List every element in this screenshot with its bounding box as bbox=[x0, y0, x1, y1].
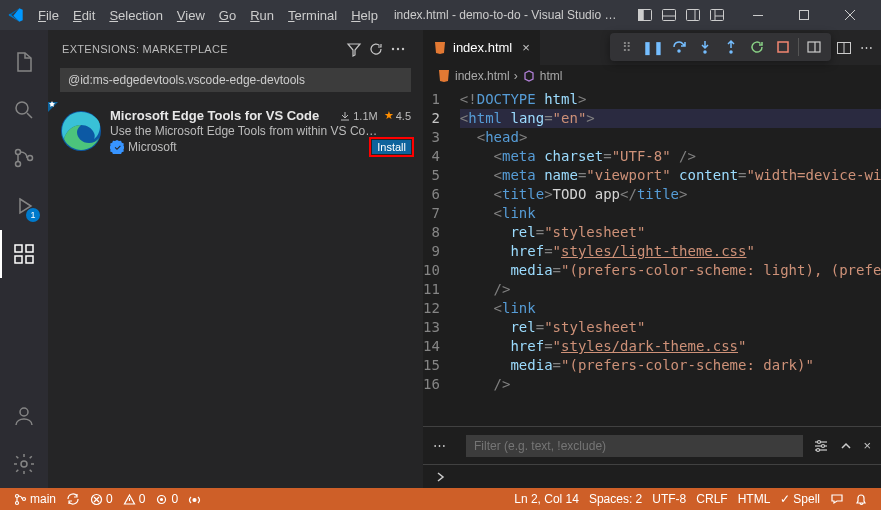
svg-point-53 bbox=[161, 498, 163, 500]
sidebar-title: EXTENSIONS: MARKETPLACE bbox=[62, 43, 343, 55]
svg-point-18 bbox=[28, 156, 33, 161]
menu-file[interactable]: File bbox=[32, 4, 65, 27]
refresh-icon[interactable] bbox=[365, 38, 387, 60]
panel-more-icon[interactable]: ⋯ bbox=[433, 438, 446, 453]
more-icon[interactable] bbox=[387, 38, 409, 60]
debug-toolbar[interactable]: ⠿ ❚❚ bbox=[610, 33, 831, 61]
svg-rect-35 bbox=[808, 42, 820, 52]
code-line[interactable]: <link bbox=[460, 204, 881, 223]
extensions-search-input[interactable]: @id:ms-edgedevtools.vscode-edge-devtools bbox=[60, 68, 411, 92]
svg-point-16 bbox=[16, 150, 21, 155]
errors-status[interactable]: 0 bbox=[85, 492, 118, 506]
code-line[interactable]: rel="stylesheet" bbox=[460, 223, 881, 242]
code-line[interactable]: href="styles/dark-theme.css" bbox=[460, 337, 881, 356]
explorer-icon[interactable] bbox=[0, 38, 48, 86]
close-icon[interactable]: × bbox=[522, 40, 530, 55]
extension-name: Microsoft Edge Tools for VS Code bbox=[110, 108, 333, 123]
code-line[interactable]: href="styles/light-theme.css" bbox=[460, 242, 881, 261]
extension-item[interactable]: Microsoft Edge Tools for VS Code 1.1M ★4… bbox=[48, 102, 423, 160]
svg-rect-7 bbox=[711, 10, 724, 21]
svg-rect-5 bbox=[687, 10, 700, 21]
feedback-icon[interactable] bbox=[825, 492, 849, 506]
code-line[interactable]: <meta name="viewport" content="width=dev… bbox=[460, 166, 881, 185]
more-actions-icon[interactable]: ⋯ bbox=[860, 40, 873, 55]
close-panel-icon[interactable]: × bbox=[863, 438, 871, 453]
account-icon[interactable] bbox=[0, 392, 48, 440]
maximize-button[interactable] bbox=[781, 0, 827, 30]
code-line[interactable]: <title>TODO app</title> bbox=[460, 185, 881, 204]
code-line[interactable]: <link bbox=[460, 299, 881, 318]
extensions-icon[interactable] bbox=[0, 230, 48, 278]
svg-rect-11 bbox=[800, 11, 809, 20]
settings-gear-icon[interactable] bbox=[0, 440, 48, 488]
filter-input[interactable] bbox=[466, 435, 803, 457]
layout-icon[interactable] bbox=[707, 5, 727, 25]
filter-settings-icon[interactable] bbox=[813, 438, 829, 454]
search-icon[interactable] bbox=[0, 86, 48, 134]
code-editor[interactable]: 12345678910111213141516 <!DOCTYPE html><… bbox=[423, 87, 881, 426]
svg-point-17 bbox=[16, 162, 21, 167]
filter-icon[interactable] bbox=[343, 38, 365, 60]
code-line[interactable]: <!DOCTYPE html> bbox=[460, 90, 881, 109]
sync-status[interactable] bbox=[61, 492, 85, 506]
code-line[interactable]: <html lang="en"> bbox=[460, 109, 881, 128]
step-over-icon[interactable] bbox=[666, 34, 692, 60]
restart-icon[interactable] bbox=[744, 34, 770, 60]
breadcrumb[interactable]: index.html › html bbox=[423, 65, 881, 87]
symbol-icon bbox=[522, 69, 536, 83]
menu-go[interactable]: Go bbox=[213, 4, 242, 27]
svg-rect-23 bbox=[26, 256, 33, 263]
ports-status[interactable]: 0 bbox=[150, 492, 183, 506]
branch-status[interactable]: main bbox=[8, 492, 61, 506]
menu-help[interactable]: Help bbox=[345, 4, 384, 27]
bell-icon[interactable] bbox=[849, 492, 873, 506]
code-line[interactable]: rel="stylesheet" bbox=[460, 318, 881, 337]
warnings-status[interactable]: 0 bbox=[118, 492, 151, 506]
pause-icon[interactable]: ❚❚ bbox=[640, 34, 666, 60]
extension-description: Use the Microsoft Edge Tools from within… bbox=[110, 124, 411, 138]
menu-selection[interactable]: Selection bbox=[103, 4, 168, 27]
install-count: 1.1M bbox=[339, 110, 377, 122]
stop-icon[interactable] bbox=[770, 34, 796, 60]
cursor-position[interactable]: Ln 2, Col 14 bbox=[509, 492, 584, 506]
panel-right-icon[interactable] bbox=[683, 5, 703, 25]
tab-index-html[interactable]: index.html × bbox=[423, 30, 541, 65]
step-out-icon[interactable] bbox=[718, 34, 744, 60]
split-editor-icon[interactable] bbox=[836, 40, 852, 56]
menu-edit[interactable]: Edit bbox=[67, 4, 101, 27]
language-status[interactable]: HTML bbox=[733, 492, 776, 506]
panel-bottom-icon[interactable] bbox=[659, 5, 679, 25]
menu-terminal[interactable]: Terminal bbox=[282, 4, 343, 27]
code-line[interactable]: media="(prefers-color-scheme: dark)" bbox=[460, 356, 881, 375]
svg-point-33 bbox=[730, 51, 732, 53]
close-button[interactable] bbox=[827, 0, 873, 30]
indentation-status[interactable]: Spaces: 2 bbox=[584, 492, 647, 506]
devtools-icon[interactable] bbox=[801, 34, 827, 60]
recommended-badge-icon bbox=[48, 102, 58, 112]
debug-icon[interactable]: 1 bbox=[0, 182, 48, 230]
live-status[interactable] bbox=[183, 493, 206, 506]
drag-handle-icon[interactable]: ⠿ bbox=[614, 34, 640, 60]
chevron-right-icon[interactable] bbox=[433, 470, 447, 484]
breadcrumb-file[interactable]: index.html bbox=[455, 69, 510, 83]
step-into-icon[interactable] bbox=[692, 34, 718, 60]
minimize-button[interactable] bbox=[735, 0, 781, 30]
menu-view[interactable]: View bbox=[171, 4, 211, 27]
code-line[interactable]: <head> bbox=[460, 128, 881, 147]
code-line[interactable]: media="(prefers-color-scheme: light), (p… bbox=[460, 261, 881, 280]
panel-left-icon[interactable] bbox=[635, 5, 655, 25]
rating: ★4.5 bbox=[384, 109, 411, 122]
eol-status[interactable]: CRLF bbox=[691, 492, 732, 506]
spell-status[interactable]: ✓ Spell bbox=[775, 492, 825, 506]
source-control-icon[interactable] bbox=[0, 134, 48, 182]
code-line[interactable]: /> bbox=[460, 280, 881, 299]
menu-run[interactable]: Run bbox=[244, 4, 280, 27]
window-title: index.html - demo-to-do - Visual Studio … bbox=[384, 8, 635, 22]
svg-rect-34 bbox=[778, 42, 788, 52]
collapse-icon[interactable] bbox=[839, 439, 853, 453]
breadcrumb-symbol[interactable]: html bbox=[540, 69, 563, 83]
encoding-status[interactable]: UTF-8 bbox=[647, 492, 691, 506]
code-line[interactable]: <meta charset="UTF-8" /> bbox=[460, 147, 881, 166]
code-line[interactable]: /> bbox=[460, 375, 881, 394]
install-button[interactable]: Install bbox=[372, 140, 411, 154]
